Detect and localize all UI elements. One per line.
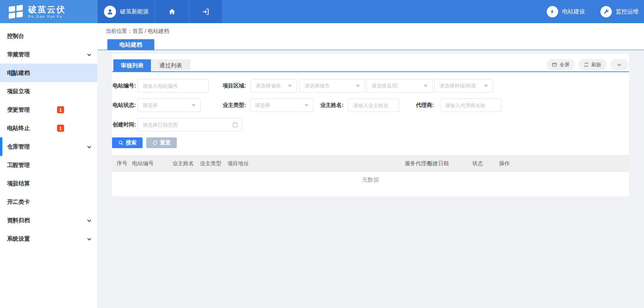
top-header: 破茧云伏 Po Jian Yun Fu 破茧新能源: [0, 0, 644, 23]
chevron-down-icon: [87, 52, 92, 57]
city-select[interactable]: 请选择城市: [300, 79, 365, 93]
panel-tools: 全屏 刷新: [546, 59, 628, 70]
logout-button[interactable]: [189, 0, 222, 23]
calendar-icon: [232, 122, 238, 128]
refresh-button[interactable]: 刷新: [578, 59, 607, 70]
chevron-down-icon: [87, 236, 92, 242]
station-code-label: 电站编号:: [113, 79, 136, 93]
sidebar-item-station-termination[interactable]: 电站终止 1: [0, 119, 97, 137]
caret-down-icon: [192, 104, 196, 107]
panel-tabs: 审核列表 通过列表: [113, 59, 191, 71]
col-address: 项目地址: [227, 155, 249, 172]
owner-name-label: 业主姓名:: [320, 99, 343, 112]
reset-icon: [152, 140, 158, 145]
project-region-label: 项目区域:: [223, 79, 246, 93]
reset-button[interactable]: 重置: [146, 137, 177, 148]
chevron-down-icon: [87, 218, 92, 223]
caret-down-icon: [424, 85, 428, 87]
caret-down-icon: [305, 104, 309, 107]
sidebar-item-general-mgmt[interactable]: 常规管理: [0, 45, 97, 64]
col-owner-type: 业主类型: [200, 155, 221, 172]
village-select[interactable]: 请选择村镇/街道: [434, 79, 493, 93]
chevron-down-icon: [616, 62, 622, 67]
search-icon: [118, 140, 123, 145]
station-status-select[interactable]: 请选择: [138, 99, 201, 112]
province-select[interactable]: 请选择省份: [251, 79, 297, 93]
station-status-label: 电站状态:: [113, 99, 136, 112]
sidebar-item-console[interactable]: 控制台: [0, 27, 97, 45]
change-mgmt-badge: 1: [57, 106, 64, 113]
nav-monitor-ops-label: 监控运维: [616, 8, 639, 15]
breadcrumb-current: 电站建档: [148, 28, 169, 34]
breadcrumb-separator: /: [143, 28, 148, 34]
refresh-icon: [584, 62, 589, 67]
main-content: 当前位置：首页 / 电站建档 电站建档 审核列表 通过列表 全屏: [98, 23, 644, 308]
wrench-icon: [600, 6, 612, 17]
sidebar-item-open-card[interactable]: 开二类卡: [0, 193, 97, 211]
col-status: 状态: [472, 155, 483, 172]
breadcrumb-strip: 当前位置：首页 / 电站建档 电站建档: [98, 23, 644, 50]
nav-station-build-label: 电站建设: [562, 8, 585, 15]
create-time-label: 创建时间:: [113, 118, 136, 131]
county-select[interactable]: 请选择县/区: [367, 79, 433, 93]
sidebar-item-station-archive[interactable]: 电站建档: [0, 64, 97, 82]
page-tab-station-archive[interactable]: 电站建档: [107, 39, 154, 50]
tab-passed-list[interactable]: 通过列表: [151, 59, 191, 71]
col-station-code: 电站编号: [132, 155, 154, 172]
empty-state-text: 无数据: [112, 176, 629, 184]
col-actions: 操作: [499, 155, 510, 172]
sidebar-item-change-mgmt[interactable]: 变更管理 1: [0, 101, 97, 119]
owner-type-label: 业主类型:: [223, 99, 246, 112]
home-icon: [168, 8, 176, 16]
create-time-input[interactable]: [138, 118, 242, 131]
agent-label: 代理商:: [416, 99, 434, 112]
brand-logo: 破茧云伏 Po Jian Yun Fu: [0, 0, 98, 23]
user-avatar-icon: [104, 6, 116, 18]
collapse-button[interactable]: [610, 59, 628, 70]
caret-down-icon: [288, 85, 292, 87]
brand-subtitle: Po Jian Yun Fu: [28, 14, 66, 18]
caret-down-icon: [484, 85, 488, 87]
chevron-down-icon: [87, 144, 92, 149]
company-name: 破茧新能源: [120, 8, 149, 15]
search-button[interactable]: 搜索: [112, 137, 143, 148]
sidebar-item-warehouse-mgmt[interactable]: 仓库管理: [0, 137, 97, 156]
owner-name-input[interactable]: [348, 99, 399, 112]
sidebar-item-engineering-mgmt[interactable]: 工程管理: [0, 156, 97, 174]
sidebar-item-data-archive[interactable]: 资料归档: [0, 211, 97, 230]
col-create-date: 创建日期: [427, 155, 449, 172]
station-archive-panel: 审核列表 通过列表 全屏 刷新: [112, 54, 629, 196]
filter-actions: 搜索 重置: [112, 137, 177, 148]
header-middle: 破茧新能源: [98, 0, 222, 23]
lightning-icon: [547, 6, 558, 17]
breadcrumb-prefix: 当前位置：: [106, 28, 132, 34]
brand-logo-icon: [9, 4, 23, 19]
breadcrumb: 当前位置：首页 / 电站建档: [106, 28, 169, 35]
col-index: 序号: [117, 155, 127, 172]
breadcrumb-home[interactable]: 首页: [132, 28, 143, 34]
app-root: 破茧云伏 Po Jian Yun Fu 破茧新能源: [0, 0, 644, 308]
sidebar-item-project-settlement[interactable]: 项目结算: [0, 174, 97, 193]
logout-icon: [202, 8, 210, 16]
station-code-input[interactable]: [138, 79, 209, 93]
station-termination-badge: 1: [57, 125, 64, 132]
tabs-underline: [112, 71, 629, 72]
sidebar-item-system-settings[interactable]: 系统设置: [0, 230, 97, 248]
sidebar-item-project-initiation[interactable]: 项目立项: [0, 82, 97, 101]
agent-input[interactable]: [440, 99, 501, 112]
user-menu[interactable]: 破茧新能源: [98, 0, 155, 23]
nav-station-build[interactable]: 电站建设: [547, 6, 585, 17]
caret-down-icon: [356, 85, 360, 87]
sidebar: 控制台 常规管理 电站建档 项目立项: [0, 23, 98, 308]
home-button[interactable]: [155, 0, 189, 23]
header-nav: 电站建设 监控运维: [222, 0, 644, 23]
fullscreen-button[interactable]: 全屏: [546, 59, 575, 70]
brand-name: 破茧云伏: [28, 5, 66, 14]
table-header: 序号 电站编号 业主姓名 业主类型 项目地址 服务代理商 创建日期 状态 操作: [112, 155, 629, 172]
fullscreen-icon: [552, 62, 557, 67]
owner-type-select[interactable]: 请选择: [250, 99, 314, 112]
nav-monitor-ops[interactable]: 监控运维: [600, 6, 639, 17]
col-owner-name: 业主姓名: [172, 155, 194, 172]
tab-review-list[interactable]: 审核列表: [113, 59, 151, 71]
